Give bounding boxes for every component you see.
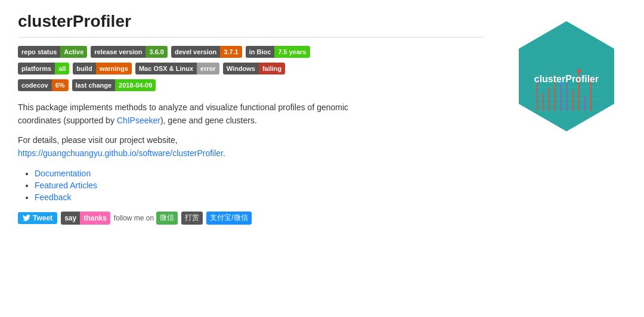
svg-rect-8 (561, 84, 562, 111)
description: This package implements methods to analy… (18, 101, 483, 128)
badge-release-version: release version 3.6.0 (91, 46, 168, 58)
pay-badge[interactable]: 打赏 (181, 212, 203, 225)
say-label: say (61, 212, 80, 225)
twitter-icon (23, 214, 30, 222)
badges-row-1: repo status Active release version 3.6.0… (18, 46, 483, 58)
svg-rect-13 (590, 81, 592, 111)
featured-articles-link[interactable]: Featured Articles (35, 181, 97, 190)
alipay-wechat-label: 支付宝/微信 (206, 212, 251, 225)
thanks-label: thanks (80, 212, 110, 225)
documentation-link[interactable]: Documentation (35, 169, 91, 178)
badge-repo-status: repo status Active (18, 46, 87, 58)
svg-rect-10 (572, 90, 574, 111)
hex-logo-text: clusterProfiler (534, 74, 599, 85)
list-item-documentation: Documentation (35, 169, 483, 178)
bottom-buttons: Tweet say thanks follow me on 微信 打赏 支付宝/… (18, 212, 483, 225)
svg-rect-6 (549, 87, 550, 111)
tweet-button[interactable]: Tweet (18, 212, 57, 224)
page-wrapper: clusterProfiler repo status Active relea… (0, 0, 644, 317)
wechat-label: 微信 (156, 212, 178, 225)
sidebar: clusterProfiler (507, 12, 626, 305)
project-text: For details, please visit our project we… (18, 133, 483, 147)
badge-macosx-linux: Mac OSX & Linux error (135, 63, 219, 74)
tweet-label: Tweet (33, 214, 52, 222)
badges-row-2: platforms all build warnings Mac OSX & L… (18, 63, 483, 74)
wechat-badge[interactable]: 微信 (156, 212, 178, 225)
alipay-wechat-badge[interactable]: 支付宝/微信 (206, 212, 251, 225)
chipseeker-link[interactable]: ChIPseeker (117, 116, 160, 125)
list-item-featured-articles: Featured Articles (35, 181, 483, 190)
badge-in-bioc: in Bioc 7.5 years (246, 46, 310, 58)
hex-shape: clusterProfiler (519, 21, 614, 132)
badge-build: build warnings (73, 63, 132, 74)
follow-group: follow me on 微信 (114, 212, 178, 225)
svg-rect-5 (543, 93, 544, 111)
svg-point-16 (577, 69, 581, 73)
pay-label: 打赏 (181, 212, 203, 225)
svg-rect-4 (537, 81, 538, 111)
say-thanks-button[interactable]: say thanks (61, 212, 110, 225)
badge-platforms: platforms all (18, 63, 69, 74)
page-title: clusterProfiler (18, 12, 483, 38)
svg-rect-12 (584, 96, 586, 111)
project-link-block: For details, please visit our project we… (18, 133, 483, 160)
main-content: clusterProfiler repo status Active relea… (18, 12, 495, 305)
project-url-link[interactable]: https://guangchuangyu.github.io/software… (18, 148, 225, 158)
hex-logo-container: clusterProfiler (516, 18, 617, 135)
follow-me-on-label: follow me on (114, 214, 154, 222)
badge-devel-version: devel version 3.7.1 (171, 46, 242, 58)
description-text: This package implements methods to analy… (18, 101, 483, 128)
hex-chart (532, 63, 601, 117)
badge-last-change: last change 2018-04-09 (72, 79, 156, 91)
list-item-feedback: Feedback (35, 192, 483, 202)
badges-row-3: codecov 6% last change 2018-04-09 (18, 79, 483, 91)
links-list: Documentation Featured Articles Feedback (35, 169, 483, 202)
feedback-link[interactable]: Feedback (35, 192, 71, 202)
badge-codecov: codecov 6% (18, 79, 69, 91)
badge-windows: Windows failing (223, 63, 286, 74)
